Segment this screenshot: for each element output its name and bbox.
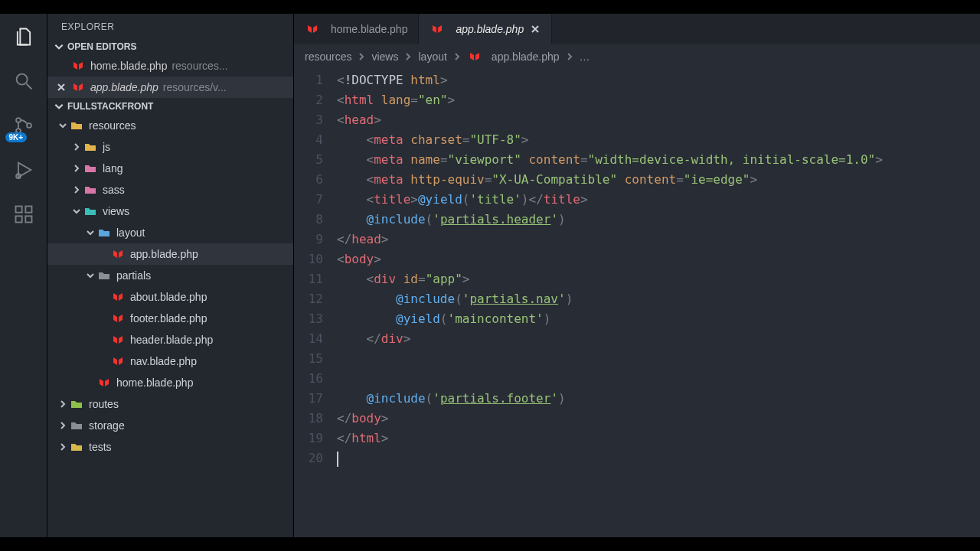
tree-item[interactable]: app.blade.php [47,243,293,265]
tab-label: app.blade.php [456,23,524,35]
chevron-down-icon [57,121,69,130]
file-tree: resourcesjslangsassviewslayoutapp.blade.… [47,115,293,537]
code-editor[interactable]: 1234567891011121314151617181920 <!DOCTYP… [294,67,980,537]
tree-item[interactable]: routes [47,393,293,415]
laravel-icon [110,354,126,369]
laravel-icon [430,21,445,37]
folder-icon [83,139,98,155]
tab-label: home.blade.php [331,23,407,35]
tree-item[interactable]: views [47,201,293,222]
chevron-right-icon [566,51,573,63]
tree-item-label: nav.blade.php [130,355,197,367]
chevron-right-icon [358,51,365,63]
tree-item-label: js [103,141,110,153]
folder-icon [96,225,112,240]
laravel-icon [70,80,86,95]
folder-icon [83,204,98,219]
window-letterbox-bottom [0,537,980,551]
chevron-right-icon [404,51,412,63]
tree-item-label: partials [116,269,151,282]
tree-item[interactable]: sass [47,179,293,201]
open-editor-label: app.blade.php [90,81,158,93]
tree-item[interactable]: partials [47,265,293,286]
breadcrumb-more[interactable]: … [580,51,590,63]
breadcrumb-file[interactable]: app.blade.php [467,49,560,64]
open-editors-label: OPEN EDITORS [67,41,136,52]
chevron-down-icon [54,101,64,112]
open-editor-item[interactable]: home.blade.phpresources... [47,55,293,77]
tree-item[interactable]: js [47,136,293,158]
editor-tab[interactable]: home.blade.php [294,14,419,44]
breadcrumb-item[interactable]: resources [305,51,351,63]
folder-icon [83,161,98,176]
tree-item-label: header.blade.php [130,334,213,346]
project-header[interactable]: FULLSTACKFRONT [47,98,293,115]
activity-explorer-icon[interactable] [8,21,39,52]
tree-item-label: home.blade.php [116,377,193,389]
chevron-down-icon [84,228,96,237]
laravel-icon [110,246,126,262]
chevron-right-icon [57,421,69,430]
close-icon[interactable] [55,83,67,92]
tree-item-label: lang [103,162,122,174]
tree-item-label: app.blade.php [130,248,198,260]
tree-item[interactable]: tests [47,436,293,458]
activity-debug-icon[interactable] [8,155,39,185]
tree-item[interactable]: footer.blade.php [47,308,293,329]
laravel-icon [110,289,126,305]
open-editors-header[interactable]: OPEN EDITORS [47,38,293,55]
laravel-icon [110,311,126,326]
laravel-icon [305,21,320,37]
folder-icon [83,182,98,197]
chevron-right-icon [57,399,69,409]
folder-icon [69,118,84,133]
laravel-icon [70,58,86,73]
chevron-down-icon [70,207,83,216]
tree-item[interactable]: header.blade.php [47,329,293,350]
open-editor-item[interactable]: app.blade.phpresources/v... [47,77,293,98]
tree-item[interactable]: nav.blade.php [47,350,293,372]
tree-item-label: views [103,205,129,217]
tree-item[interactable]: resources [47,115,293,136]
sidebar: EXPLORER OPEN EDITORS home.blade.phpreso… [47,14,294,537]
activity-search-icon[interactable] [8,66,39,96]
svg-point-0 [16,74,27,85]
tree-item-label: layout [116,227,145,239]
code-content[interactable]: <!DOCTYPE html><html lang="en"><head> <m… [337,67,980,537]
chevron-right-icon [70,185,83,194]
tree-item[interactable]: about.blade.php [47,286,293,308]
editor-tabs: home.blade.phpapp.blade.php [294,14,980,44]
folder-icon [69,439,84,455]
close-icon[interactable] [530,24,541,34]
tree-item[interactable]: storage [47,415,293,436]
line-gutter: 1234567891011121314151617181920 [294,67,337,537]
chevron-down-icon [54,41,64,52]
chevron-down-icon [84,271,96,280]
chevron-right-icon [57,442,69,452]
app-root: 9K+ EXPLORER OPEN EDITORS home.blade.php… [0,14,980,537]
activity-extensions-icon[interactable] [8,199,39,230]
tree-item-label: footer.blade.php [130,312,207,324]
open-editors-list: home.blade.phpresources...app.blade.phpr… [47,55,293,98]
activity-scm-icon[interactable]: 9K+ [8,110,39,141]
editor-tab[interactable]: app.blade.php [419,14,552,44]
tree-item[interactable]: lang [47,158,293,179]
breadcrumb-item[interactable]: layout [418,51,446,63]
folder-icon [69,418,84,433]
project-label: FULLSTACKFRONT [67,101,153,112]
folder-icon [69,396,84,412]
tree-item[interactable]: layout [47,222,293,243]
breadcrumb-item[interactable]: views [371,51,398,63]
tree-item-label: storage [89,419,125,432]
tree-item[interactable]: home.blade.php [47,372,293,393]
svg-rect-8 [25,207,31,213]
folder-icon [96,268,112,283]
tree-item-label: routes [89,398,119,410]
chevron-right-icon [453,51,461,63]
breadcrumb[interactable]: resources views layout app.blade.php … [294,44,980,67]
svg-rect-5 [15,207,21,213]
editor-area: home.blade.phpapp.blade.php resources vi… [294,14,980,537]
chevron-right-icon [70,164,83,173]
svg-point-3 [27,123,31,128]
laravel-icon [467,49,482,64]
